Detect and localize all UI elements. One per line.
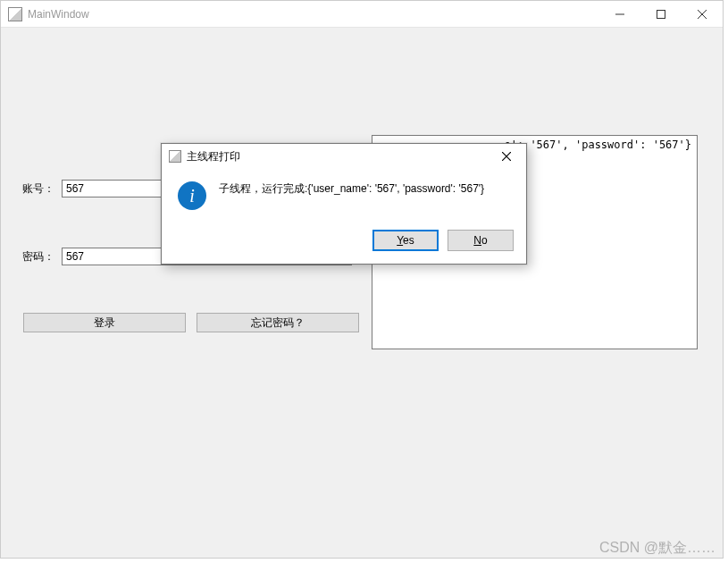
dialog-titlebar: 主线程打印	[162, 144, 526, 169]
info-icon: i	[178, 181, 206, 210]
window-title: MainWindow	[28, 8, 89, 21]
main-titlebar: MainWindow	[1, 1, 723, 28]
svg-rect-1	[657, 10, 665, 18]
main-window: MainWindow 账号： 密码： 登录 忘记密码？ e': '567', '…	[0, 0, 724, 559]
dialog-message: 子线程，运行完成:{'user_name': '567', 'password'…	[219, 180, 484, 197]
dialog-app-icon	[169, 150, 181, 163]
login-button[interactable]: 登录	[23, 313, 186, 332]
message-dialog: 主线程打印 i 子线程，运行完成:{'user_name': '567', 'p…	[161, 143, 527, 265]
minimize-button[interactable]	[599, 1, 640, 28]
account-label: 账号：	[22, 181, 62, 197]
button-row: 登录 忘记密码？	[23, 313, 359, 332]
dialog-title: 主线程打印	[187, 149, 240, 164]
no-button[interactable]: No	[448, 230, 514, 251]
maximize-button[interactable]	[640, 1, 682, 28]
dialog-close-button[interactable]	[487, 144, 526, 169]
yes-button[interactable]: Yes	[372, 230, 439, 251]
dialog-body: i 子线程，运行完成:{'user_name': '567', 'passwor…	[162, 169, 526, 210]
password-label: 密码：	[22, 249, 62, 265]
client-area: 账号： 密码： 登录 忘记密码？ e': '567', 'password': …	[1, 28, 723, 558]
forgot-password-button[interactable]: 忘记密码？	[197, 313, 359, 332]
dialog-button-row: Yes No	[162, 210, 526, 264]
close-button[interactable]	[682, 1, 723, 28]
app-icon	[8, 7, 22, 21]
